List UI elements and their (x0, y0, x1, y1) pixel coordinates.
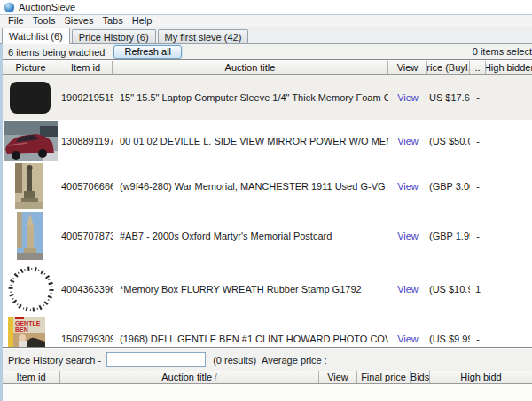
bids: - (470, 317, 486, 347)
menu-bar: File Tools Sieves Tabs Help (0, 15, 532, 27)
table-row[interactable]: 190921951538 15" 15.5" Laptop Computer S… (3, 75, 532, 120)
item-id: 190921951538 (59, 75, 113, 120)
column-header-high-bidder[interactable]: High bidd (430, 371, 532, 383)
price-history-header-row: Item id Auction title / View Final price… (3, 371, 532, 384)
price-history-search-label: Price History search - (8, 355, 101, 366)
sort-indicator-icon: / (215, 373, 217, 382)
wreath-stamp-image (5, 263, 57, 316)
price: (US $50.00) (427, 120, 470, 161)
comic-cover-text-line1: GENTLE (15, 320, 40, 326)
tab-my-first-sieve[interactable]: My first sieve (42) (158, 29, 249, 43)
item-thumbnail-cell (3, 120, 59, 161)
average-price-label: Average price : (262, 355, 327, 366)
bids: - (470, 161, 486, 210)
window-title: AuctionSieve (19, 2, 75, 12)
auction-title: 15" 15.5" Laptop Computer Sleeve 1/4" Th… (113, 75, 388, 120)
column-header-item-id[interactable]: Item id (59, 61, 113, 74)
item-thumbnail-cell (3, 161, 59, 210)
bids: - (470, 120, 486, 161)
tab-watchlist[interactable]: Watchlist (6) (2, 28, 70, 44)
table-row[interactable]: 400570666629 (w9f46-280) War Memorial, M… (3, 161, 532, 210)
laptop-sleeve-image (10, 82, 51, 114)
refresh-all-button[interactable]: Refresh all (113, 45, 182, 59)
oxford-memorial-postcard-image (17, 212, 43, 260)
item-thumbnail-cell (3, 262, 59, 317)
menu-tabs[interactable]: Tabs (98, 15, 127, 27)
menu-help[interactable]: Help (128, 15, 157, 27)
app-icon (4, 3, 14, 12)
item-id: 130889119786 (59, 120, 113, 161)
column-header-item-id[interactable]: Item id (3, 371, 60, 383)
price-history-search-input[interactable] (106, 352, 206, 367)
view-link[interactable]: View (397, 284, 419, 295)
title-bar[interactable]: AuctionSieve (0, 0, 532, 15)
war-memorial-postcard-image (15, 163, 43, 209)
view-link[interactable]: View (397, 231, 419, 241)
price-history-panel: Price History search - (0 results) Avera… (3, 347, 532, 401)
column-header-view[interactable]: View (319, 371, 357, 383)
column-header-final-price[interactable]: Final price (357, 371, 411, 383)
gentle-ben-comic-image: GENTLE BEN (8, 317, 45, 347)
table-row[interactable]: 400436339672 *Memory Box FLURRY WREATH R… (3, 262, 532, 317)
price: (US $10.99) (427, 262, 470, 317)
watched-count-status: 6 items being watched (8, 47, 105, 58)
auction-title: #AB7 - 2000s Oxford Martyr's Memorial Po… (113, 210, 388, 262)
auction-title: 00 01 02 DEVILLE L. SIDE VIEW MIRROR POW… (113, 120, 388, 161)
watchlist-header-row: Picture Item id Auction title View Price… (3, 61, 532, 75)
auction-title: (w9f46-280) War Memorial, MANCHESTER 191… (113, 161, 388, 210)
item-id: 150979930993 (59, 317, 113, 347)
column-header-bids[interactable]: .. (470, 61, 486, 74)
selected-count-status: 0 items select (473, 46, 532, 57)
auctionsieve-window: AuctionSieve File Tools Sieves Tabs Help… (0, 0, 532, 401)
tab-strip: Watchlist (6) Price History (6) My first… (0, 27, 532, 44)
high-bidder (486, 120, 532, 161)
column-header-view[interactable]: View (388, 61, 427, 74)
price: US $17.69 sh... (427, 75, 470, 120)
table-row[interactable]: GENTLE BEN 150979930993 (1968) DELL GENT… (3, 317, 532, 347)
view-link[interactable]: View (397, 92, 419, 103)
price: (GBP 1.99) (427, 210, 470, 262)
column-header-auction-title[interactable]: Auction title / (60, 371, 319, 383)
view-link[interactable]: View (397, 181, 419, 192)
item-id: 400436339672 (59, 262, 113, 317)
auction-title: (1968) DELL GENTLE BEN #1 CLINT HOWARD P… (113, 317, 388, 347)
comic-cover-text-line2: BEN (15, 326, 40, 333)
high-bidder (486, 75, 532, 120)
watchlist-toolbar: 6 items being watched Refresh all 0 item… (3, 44, 532, 59)
column-header-auction-title[interactable]: Auction title (113, 61, 388, 74)
tab-price-history[interactable]: Price History (6) (72, 29, 156, 43)
watchlist-panel: 6 items being watched Refresh all 0 item… (0, 44, 532, 401)
results-count: (0 results) (213, 355, 256, 366)
bids: 1 (470, 262, 486, 317)
item-thumbnail-cell (3, 210, 59, 262)
maroon-car-image (4, 121, 58, 161)
column-header-picture[interactable]: Picture (3, 61, 59, 74)
high-bidder (486, 210, 532, 262)
view-link[interactable]: View (397, 136, 419, 146)
item-thumbnail-cell: GENTLE BEN (3, 317, 59, 347)
item-thumbnail-cell (3, 75, 59, 120)
view-link[interactable]: View (397, 334, 419, 344)
table-row[interactable]: 130889119786 00 01 02 DEVILLE L. SIDE VI… (3, 120, 532, 161)
price-history-empty-results (3, 384, 532, 401)
bids: - (470, 210, 486, 262)
item-id: 400570787341 (59, 210, 113, 262)
price: (US $9.99) (427, 317, 470, 347)
bids: - (470, 75, 486, 120)
high-bidder (486, 161, 532, 210)
column-header-high-bidder[interactable]: High bidder (486, 61, 532, 74)
auction-title: *Memory Box FLURRY WREATH Rubber Stamp G… (113, 262, 388, 317)
menu-tools[interactable]: Tools (28, 15, 60, 27)
high-bidder (486, 317, 532, 347)
menu-sieves[interactable]: Sieves (59, 15, 98, 27)
menu-file[interactable]: File (4, 15, 28, 27)
table-row[interactable]: 400570787341 #AB7 - 2000s Oxford Martyr'… (3, 210, 532, 262)
item-id: 400570666629 (59, 161, 113, 210)
column-header-price[interactable]: Price (BuyI... (427, 61, 470, 74)
price-history-search-bar: Price History search - (0 results) Avera… (3, 348, 532, 371)
high-bidder (486, 262, 532, 317)
price: (GBP 3.00) (427, 161, 470, 210)
column-header-bids[interactable]: Bids (411, 371, 430, 383)
